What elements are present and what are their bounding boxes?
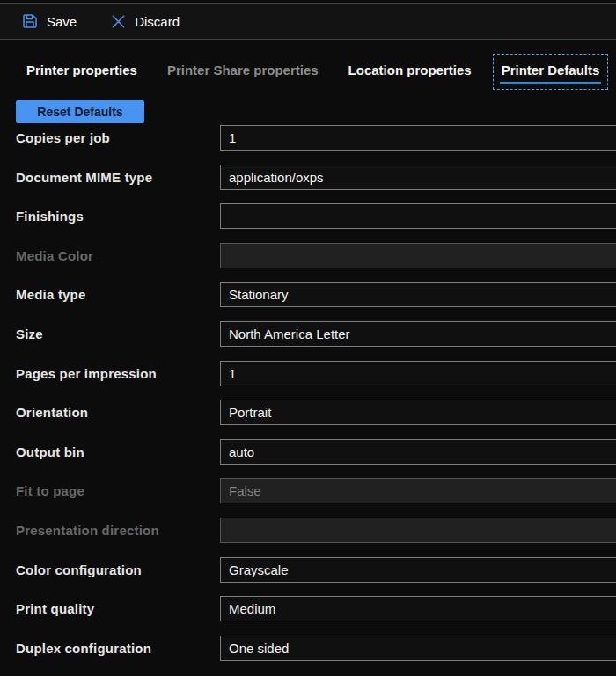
field-label: Presentation direction xyxy=(16,523,220,538)
field-label: Color configuration xyxy=(16,562,220,577)
form-row: Media type xyxy=(0,282,616,307)
save-button[interactable]: Save xyxy=(16,9,82,33)
form-row: Orientation xyxy=(0,400,616,425)
form-row: Presentation direction xyxy=(0,518,616,543)
text-input[interactable] xyxy=(220,596,616,621)
field-label: Output bin xyxy=(16,445,220,459)
form-row: Document MIME type xyxy=(0,165,616,190)
form-row: Media Color xyxy=(0,243,616,268)
text-input[interactable] xyxy=(220,557,616,583)
text-input xyxy=(220,518,616,543)
text-input[interactable] xyxy=(220,125,616,151)
form-row: Duplex configuration xyxy=(0,636,616,661)
field-label: Finishings xyxy=(16,209,220,224)
tab-printer-defaults[interactable]: Printer Defaults xyxy=(493,54,609,90)
field-label: Document MIME type xyxy=(16,170,220,185)
tab-printer-share-properties: Printer Share properties xyxy=(158,54,327,90)
save-floppy-icon xyxy=(21,12,39,30)
form-row: Print quality xyxy=(0,596,616,621)
text-input[interactable] xyxy=(220,165,616,190)
form-row: Pages per impression xyxy=(0,361,616,386)
command-bar: Save Discard xyxy=(0,3,616,40)
field-label: Copies per job xyxy=(16,130,220,145)
tab-printer-properties[interactable]: Printer properties xyxy=(18,54,146,90)
text-input[interactable] xyxy=(220,321,616,347)
form-row: Fit to page xyxy=(0,478,616,503)
form-row: Copies per job xyxy=(0,125,616,151)
form-row: Finishings xyxy=(0,203,616,229)
field-label: Size xyxy=(16,327,220,342)
tab-bar: Printer properties Printer Share propert… xyxy=(0,40,616,90)
field-label: Orientation xyxy=(16,405,220,420)
discard-button[interactable]: Discard xyxy=(105,10,185,33)
field-label: Print quality xyxy=(16,601,220,616)
text-input[interactable] xyxy=(220,400,616,425)
field-label: Fit to page xyxy=(16,483,220,498)
text-input[interactable] xyxy=(220,361,616,386)
tab-label: Printer properties xyxy=(26,62,137,77)
discard-x-icon xyxy=(110,13,127,30)
printer-defaults-form: Copies per job Document MIME type Finish… xyxy=(0,125,616,661)
form-row: Output bin xyxy=(0,439,616,465)
field-label: Duplex configuration xyxy=(16,641,220,656)
form-row: Color configuration xyxy=(0,557,616,583)
text-input xyxy=(220,478,616,503)
field-label: Media Color xyxy=(16,248,220,263)
text-input[interactable] xyxy=(220,439,616,465)
text-input[interactable] xyxy=(220,203,616,229)
tab-label: Location properties xyxy=(348,62,472,77)
tab-label: Printer Defaults xyxy=(502,62,600,77)
field-label: Media type xyxy=(16,287,220,302)
text-input xyxy=(220,243,616,268)
save-label: Save xyxy=(47,14,77,29)
form-row: Size xyxy=(0,321,616,347)
printer-settings-window: Save Discard Printer properties Printer … xyxy=(0,3,616,661)
reset-defaults-button[interactable]: Reset Defaults xyxy=(16,100,144,123)
text-input[interactable] xyxy=(220,282,616,307)
text-input[interactable] xyxy=(220,636,616,661)
field-label: Pages per impression xyxy=(16,366,220,381)
discard-label: Discard xyxy=(135,14,180,29)
tab-location-properties[interactable]: Location properties xyxy=(340,54,480,90)
tab-label: Printer Share properties xyxy=(167,62,319,77)
